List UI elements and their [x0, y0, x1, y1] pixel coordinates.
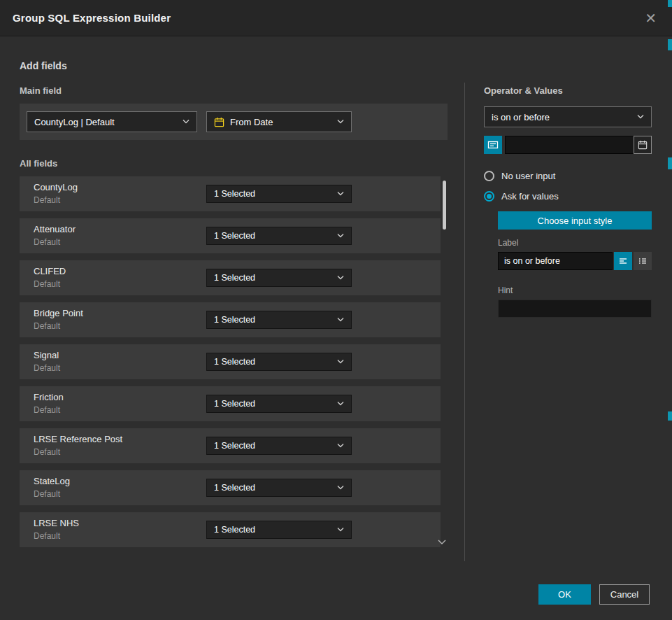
chevron-down-icon	[337, 192, 344, 196]
value-input-group	[484, 136, 652, 154]
field-row: Friction Default 1 Selected	[20, 386, 441, 421]
field-row: LRSE NHS Default 1 Selected	[20, 512, 441, 547]
background-app-sliver	[668, 411, 672, 421]
chevron-down-icon	[337, 360, 344, 364]
fields-panel: Main field CountyLog | Default From Date…	[20, 85, 448, 554]
single-line-icon	[618, 256, 628, 266]
label-field-label: Label	[498, 238, 652, 248]
main-field-label: Main field	[20, 85, 448, 96]
ok-button[interactable]: OK	[538, 584, 591, 605]
all-fields-label: All fields	[20, 158, 448, 169]
background-app-sliver	[668, 0, 672, 7]
hint-input[interactable]	[498, 300, 652, 318]
field-row: StateLog Default 1 Selected	[20, 470, 441, 505]
field-selected-value: 1 Selected	[214, 189, 331, 199]
field-row: CLIFED Default 1 Selected	[20, 260, 441, 295]
chevron-down-icon	[637, 115, 644, 119]
field-selected-dropdown[interactable]: 1 Selected	[206, 521, 352, 539]
chevron-down-icon	[337, 318, 344, 322]
field-selected-dropdown[interactable]: 1 Selected	[206, 437, 352, 455]
field-row: Bridge Point Default 1 Selected	[20, 302, 441, 337]
field-selected-dropdown[interactable]: 1 Selected	[206, 353, 352, 371]
label-input-row	[498, 252, 652, 270]
list-icon	[638, 256, 648, 266]
field-selected-dropdown[interactable]: 1 Selected	[206, 185, 352, 203]
field-selected-value: 1 Selected	[214, 273, 331, 283]
field-selected-value: 1 Selected	[214, 315, 331, 325]
chevron-down-icon	[337, 528, 344, 532]
field-selected-value: 1 Selected	[214, 357, 331, 367]
set-value-from-field-button[interactable]	[484, 136, 502, 154]
chevron-down-icon	[337, 444, 344, 448]
group-sql-expression-builder-dialog: Group SQL Expression Builder ✕ Add field…	[0, 0, 672, 36]
field-selected-value: 1 Selected	[214, 525, 331, 535]
field-selected-dropdown[interactable]: 1 Selected	[206, 395, 352, 413]
chevron-down-icon	[337, 276, 344, 280]
scroll-down-chevron-icon[interactable]	[438, 540, 446, 544]
cancel-button[interactable]: Cancel	[599, 584, 650, 605]
radio-label: Ask for values	[501, 191, 559, 202]
column-divider	[464, 83, 465, 561]
close-icon[interactable]: ✕	[642, 10, 659, 27]
calendar-icon	[638, 140, 648, 150]
field-row: LRSE Reference Post Default 1 Selected	[20, 428, 441, 463]
field-row: Attenuator Default 1 Selected	[20, 218, 441, 253]
list-scrollbar[interactable]	[443, 181, 446, 544]
date-picker-button[interactable]	[634, 136, 652, 154]
background-app-sliver	[668, 157, 672, 169]
field-selected-value: 1 Selected	[214, 399, 331, 409]
dialog-footer: OK Cancel	[538, 584, 650, 605]
field-row: CountyLog Default 1 Selected	[20, 176, 441, 211]
field-selected-value: 1 Selected	[214, 231, 331, 241]
radio-label: No user input	[501, 171, 555, 181]
background-app-sliver	[668, 39, 672, 50]
field-selected-dropdown[interactable]: 1 Selected	[206, 479, 352, 497]
field-selected-dropdown[interactable]: 1 Selected	[206, 269, 352, 287]
label-input[interactable]	[498, 252, 613, 270]
dialog-titlebar: Group SQL Expression Builder ✕	[0, 0, 672, 36]
layer-select[interactable]: CountyLog | Default	[27, 111, 197, 132]
radio-ask-for-values[interactable]: Ask for values	[484, 191, 652, 202]
add-fields-heading: Add fields	[20, 60, 67, 71]
operator-select-value: is on or before	[492, 112, 631, 122]
single-line-input-style-button[interactable]	[614, 252, 632, 270]
main-field-select[interactable]: From Date	[206, 111, 352, 132]
field-list-icon	[487, 139, 499, 150]
chevron-down-icon	[183, 120, 190, 124]
field-selected-dropdown[interactable]: 1 Selected	[206, 311, 352, 329]
chevron-down-icon	[337, 120, 344, 124]
scrollbar-thumb[interactable]	[443, 181, 446, 230]
all-fields-list: CountyLog Default 1 Selected Attenuator …	[20, 176, 448, 547]
field-selected-dropdown[interactable]: 1 Selected	[206, 227, 352, 245]
radio-no-user-input[interactable]: No user input	[484, 171, 652, 181]
choose-input-style-button[interactable]: Choose input style	[498, 211, 652, 230]
main-field-select-value: From Date	[230, 117, 331, 127]
list-input-style-button[interactable]	[634, 252, 652, 270]
value-input-wrap	[505, 136, 652, 154]
field-selected-value: 1 Selected	[214, 483, 331, 493]
calendar-icon	[214, 117, 224, 127]
dialog-title: Group SQL Expression Builder	[13, 12, 171, 24]
ask-for-values-options: Choose input style Label Hint	[498, 211, 652, 318]
radio-circle-checked[interactable]	[484, 191, 494, 202]
chevron-down-icon	[337, 234, 344, 238]
operator-select[interactable]: is on or before	[484, 106, 652, 127]
chevron-down-icon	[337, 402, 344, 406]
value-input[interactable]	[505, 136, 652, 154]
hint-field-label: Hint	[498, 286, 652, 295]
field-selected-value: 1 Selected	[214, 441, 331, 451]
main-field-row: CountyLog | Default From Date	[20, 104, 448, 140]
layer-select-value: CountyLog | Default	[34, 117, 177, 127]
operator-values-heading: Operator & Values	[484, 85, 652, 96]
operator-values-panel: Operator & Values is on or before No use…	[484, 85, 652, 318]
chevron-down-icon	[337, 486, 344, 490]
field-row: Signal Default 1 Selected	[20, 344, 441, 379]
radio-circle[interactable]	[484, 171, 494, 181]
